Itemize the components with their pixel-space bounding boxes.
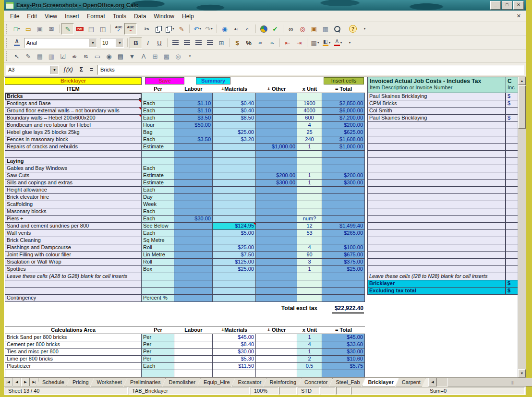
cell-unit[interactable]: 12 — [297, 223, 322, 230]
cell-materials[interactable]: $45.00 — [213, 334, 256, 341]
cell-label[interactable] — [5, 151, 142, 158]
sheet-tab-equip_hire[interactable]: Equip_Hire — [197, 378, 235, 386]
cell-total[interactable]: $5.75 — [322, 363, 365, 370]
invoice-description-cell[interactable] — [367, 244, 506, 252]
cell-other[interactable] — [256, 208, 297, 216]
cell-per[interactable]: Each — [142, 187, 174, 194]
cell-labour[interactable] — [174, 259, 213, 266]
toolbar-grip[interactable] — [6, 24, 10, 34]
invoice-value-cell[interactable] — [506, 180, 518, 187]
cell-per[interactable]: Hour — [142, 122, 174, 129]
invoice-value-cell[interactable] — [506, 158, 518, 165]
cell-label[interactable]: Hebel glue lays 25 blocks 25kg — [5, 129, 142, 136]
cell-total[interactable]: $2,850.00 — [322, 100, 365, 108]
add-decimal-icon[interactable]: .0+ — [254, 37, 266, 48]
cell-per[interactable]: Estimate — [142, 144, 174, 151]
vertical-scrollbar[interactable]: ▲ ▼ — [518, 77, 526, 377]
percent-icon[interactable]: % — [243, 37, 254, 48]
cell-total[interactable]: $10.60 — [322, 356, 365, 363]
invoice-description-cell[interactable] — [367, 165, 506, 172]
menu-item-file[interactable]: File — [7, 12, 23, 21]
cell-labour[interactable] — [174, 93, 213, 100]
open-icon[interactable]: ▭ — [23, 24, 34, 34]
cell-total[interactable] — [322, 201, 365, 208]
invoice-value-cell[interactable] — [506, 208, 518, 216]
cell-labour[interactable] — [174, 208, 213, 216]
horizontal-scroll-thumb[interactable]: ||| — [447, 378, 532, 386]
vertical-scroll-thumb[interactable] — [518, 85, 526, 129]
close-document-icon[interactable]: ✕ — [515, 13, 523, 19]
cell-total[interactable] — [322, 288, 365, 295]
cell-other[interactable] — [256, 223, 297, 230]
cell-unit[interactable] — [297, 237, 322, 244]
cell-other[interactable] — [256, 356, 297, 363]
sheet-tab-preliminaries[interactable]: Preliminaries — [124, 378, 166, 386]
cell-materials[interactable] — [213, 194, 256, 201]
invoice-note-cell[interactable]: Leave these cells (I28 to N28) blank for… — [367, 273, 506, 280]
function-wizard-icon[interactable]: ƒ(x) — [60, 66, 75, 73]
cell-total[interactable] — [322, 216, 365, 223]
cell-label[interactable]: Flashings and Dampcourse — [5, 244, 142, 252]
print-icon[interactable]: ▤ — [85, 24, 97, 34]
cell-total[interactable]: $200.00 — [322, 122, 365, 129]
cell-label[interactable]: Fences in masonary block — [5, 136, 142, 144]
cell-per[interactable]: Each — [142, 115, 174, 122]
cell-label[interactable]: Gables and Bay Windows — [5, 165, 142, 172]
cell-labour[interactable] — [174, 252, 213, 259]
cell-materials[interactable] — [213, 295, 256, 302]
cell-label[interactable]: Sisalation or Wall Wrap — [5, 259, 142, 266]
cell-labour[interactable] — [174, 370, 213, 377]
prev-sheet-icon[interactable]: ◀ — [12, 378, 21, 386]
cut-icon[interactable]: ✂ — [141, 24, 153, 34]
menu-item-help[interactable]: Help — [179, 12, 197, 21]
cell-unit[interactable]: 2 — [297, 356, 322, 363]
cell-materials[interactable] — [213, 208, 256, 216]
toolbar-overflow-icon[interactable]: ▾ — [184, 51, 195, 61]
sheet-tab-schedule[interactable]: Schedule — [36, 378, 70, 386]
cell-labour[interactable]: $50.00 — [174, 122, 213, 129]
cell-label[interactable]: Sills and copings and extras — [5, 180, 142, 187]
cell-materials[interactable]: $8.50 — [213, 115, 256, 122]
cell-materials[interactable] — [213, 180, 256, 187]
invoice-footer-label[interactable]: Excluding tax total — [367, 288, 506, 295]
cell-per[interactable]: See Below — [142, 223, 174, 230]
toolbar-overflow-icon[interactable]: ▾ — [344, 37, 355, 48]
font-color-icon[interactable]: A▾ — [332, 37, 344, 48]
formula-icon[interactable]: = — [87, 66, 96, 73]
cell-per[interactable]: Sq Metre — [142, 237, 174, 244]
cell-label[interactable]: Ties and misc per 800 — [5, 349, 142, 356]
chevron-down-icon[interactable]: ▼ — [50, 66, 58, 74]
cell-label[interactable]: Sand and cement sundries per 800 — [5, 223, 142, 230]
chevron-down-icon[interactable]: ▼ — [116, 39, 123, 47]
cell-unit[interactable] — [297, 158, 322, 165]
invoice-description-cell[interactable] — [367, 187, 506, 194]
cell-labour[interactable] — [174, 244, 213, 252]
cell-label[interactable]: Brick elevator hire — [5, 194, 142, 201]
decrease-indent-icon[interactable]: ⇤ — [282, 37, 293, 48]
cell-total[interactable]: $625.00 — [322, 129, 365, 136]
gallery-icon[interactable]: ▣ — [308, 24, 320, 34]
cell-other[interactable] — [256, 259, 297, 266]
cell-unit[interactable]: 1 — [297, 266, 322, 273]
menu-item-edit[interactable]: Edit — [24, 12, 40, 21]
invoice-description-cell[interactable] — [367, 151, 506, 158]
invoice-description-cell[interactable] — [367, 136, 506, 144]
cell-per[interactable]: Bag — [142, 129, 174, 136]
invoice-description-cell[interactable]: Paul Skaines Bricklaying — [367, 93, 506, 100]
cell-unit[interactable] — [297, 295, 322, 302]
invoice-value-cell[interactable] — [506, 259, 518, 266]
paste-icon[interactable]: ▾ — [164, 24, 176, 34]
cell-label[interactable]: Bricks — [5, 93, 142, 100]
invoice-footer-label[interactable]: Bricklayer — [367, 280, 506, 288]
sheet-tab-bricklayer[interactable]: Bricklayer — [362, 378, 399, 386]
align-left-icon[interactable] — [169, 37, 181, 48]
invoice-description-cell[interactable] — [367, 266, 506, 273]
cell-per[interactable]: Estimate — [142, 180, 174, 187]
cell-other[interactable] — [256, 370, 297, 377]
cell-materials[interactable] — [213, 165, 256, 172]
sheet-tab-concretor[interactable]: Concretor — [298, 378, 333, 386]
find-replace-icon[interactable]: ∞ — [285, 24, 297, 34]
cell-label[interactable]: Cement per 800 bricks — [5, 341, 142, 349]
cell-label[interactable]: Ground floor external walls – not bounda… — [5, 108, 142, 115]
hyperlink-icon[interactable]: ◉ — [219, 24, 230, 34]
